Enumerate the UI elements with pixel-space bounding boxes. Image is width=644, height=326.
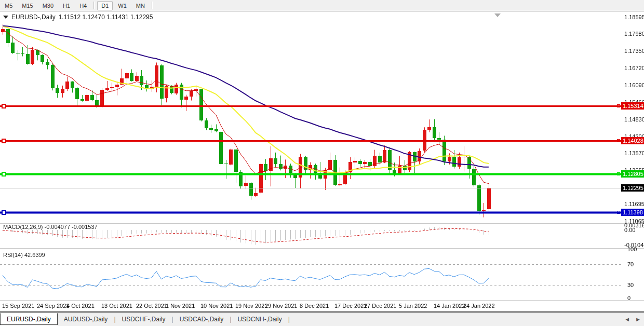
time-axis-label: 8 Dec 2021 — [300, 303, 329, 309]
timeframe-button-d1[interactable]: D1 — [97, 1, 113, 10]
chart-dropdown-icon[interactable] — [3, 16, 8, 19]
rsi-indicator-label: RSI(14) 42.6399 — [3, 252, 45, 258]
timeframe-button-m30[interactable]: M30 — [38, 1, 58, 10]
time-axis-label: 1 Nov 2021 — [166, 303, 195, 309]
symbol-tabbar: EURUSD-,Daily AUDUSD-,Daily | USDCHF-,Da… — [0, 311, 644, 326]
price-badge: 1.15314 — [621, 102, 644, 110]
chart-symbol-period: EURUSD-,Daily — [11, 13, 56, 21]
timeframe-button-w1[interactable]: W1 — [114, 1, 131, 10]
tab-separator: | — [288, 316, 290, 323]
price-axis-label: 1.14830 — [624, 116, 644, 123]
tab-eurusd[interactable]: EURUSD-,Daily — [0, 313, 58, 325]
price-axis-label: 1.11695 — [624, 201, 644, 207]
macd-indicator-label: MACD(12,26,9) -0.004077 -0.001537 — [3, 224, 98, 230]
timeframe-button-m15[interactable]: M15 — [18, 1, 37, 10]
timeframe-button-m5[interactable]: M5 — [1, 1, 17, 10]
time-axis-label: 24 Sep 2021 — [37, 303, 69, 309]
price-axis-label: 1.16720 — [624, 65, 644, 71]
time-axis-label: 4 Oct 2021 — [66, 303, 95, 309]
timeframe-button-mn[interactable]: MN — [132, 1, 149, 10]
price-axis-label: 1.16090 — [624, 82, 644, 88]
time-axis-label: 29 Nov 2021 — [265, 303, 297, 309]
time-axis-label: 10 Nov 2021 — [200, 303, 233, 309]
toolbar-separator — [152, 2, 153, 9]
price-badge: 1.14028 — [621, 137, 644, 144]
timeframe-button-h1[interactable]: H1 — [59, 1, 74, 10]
price-badge: 1.12295 — [621, 184, 644, 192]
timeframe-button-h4[interactable]: H4 — [75, 1, 91, 10]
tab-scroll-left-icon[interactable]: ◄ — [624, 316, 630, 322]
time-axis-label: 13 Oct 2021 — [101, 303, 132, 309]
rsi-scale-label: 70 — [627, 261, 634, 267]
price-badge: 1.11398 — [621, 209, 644, 216]
rsi-scale-label: 100 — [627, 246, 637, 252]
time-axis-label: 17 Dec 2021 — [334, 303, 367, 309]
macd-values: -0.004077 -0.001537 — [44, 224, 97, 230]
rsi-scale-label: 30 — [627, 282, 634, 288]
time-axis-label: 5 Jan 2022 — [399, 303, 427, 309]
price-axis-label: 1.18595 — [624, 14, 644, 20]
scroll-to-end-icon[interactable] — [494, 13, 501, 17]
macd-scale-label: 0.00 — [624, 227, 635, 233]
rsi-scale-label: 0 — [627, 295, 630, 301]
time-axis-label: 22 Oct 2021 — [136, 303, 167, 309]
rsi-title: RSI(14) — [3, 252, 23, 258]
price-axis-label: 1.17350 — [624, 48, 644, 54]
tab-usdcnh[interactable]: USDCNH-,Daily — [231, 314, 288, 324]
price-axis-label: 1.17980 — [624, 31, 644, 37]
time-axis-label: 19 Nov 2021 — [235, 303, 267, 309]
tab-audusd[interactable]: AUDUSD-,Daily — [58, 314, 114, 324]
time-axis-label: 15 Sep 2021 — [2, 303, 34, 309]
toolbar-separator — [93, 2, 95, 9]
price-axis-label: 1.13570 — [624, 150, 644, 156]
chart-title: EURUSD-,Daily 1.11512 1.12470 1.11431 1.… — [3, 13, 153, 21]
rsi-value: 42.6399 — [24, 252, 45, 258]
macd-title: MACD(12,26,9) — [3, 224, 43, 230]
timeframe-toolbar: M5 M15 M30 H1 H4 D1 W1 MN — [0, 0, 644, 11]
tab-scroll-right-icon[interactable]: ► — [635, 316, 641, 322]
chart-canvas[interactable] — [0, 0, 644, 326]
time-axis-label: 27 Dec 2021 — [364, 303, 396, 309]
tab-usdchf[interactable]: USDCHF-,Daily — [116, 314, 172, 324]
time-axis-label: 24 Jan 2022 — [463, 303, 495, 309]
time-axis-label: 14 Jan 2022 — [434, 303, 465, 309]
tab-usdcad[interactable]: USDCAD-,Daily — [173, 314, 230, 324]
price-badge: 1.12805 — [621, 170, 644, 178]
chart-ohlc-values: 1.11512 1.12470 1.11431 1.12295 — [59, 13, 153, 21]
